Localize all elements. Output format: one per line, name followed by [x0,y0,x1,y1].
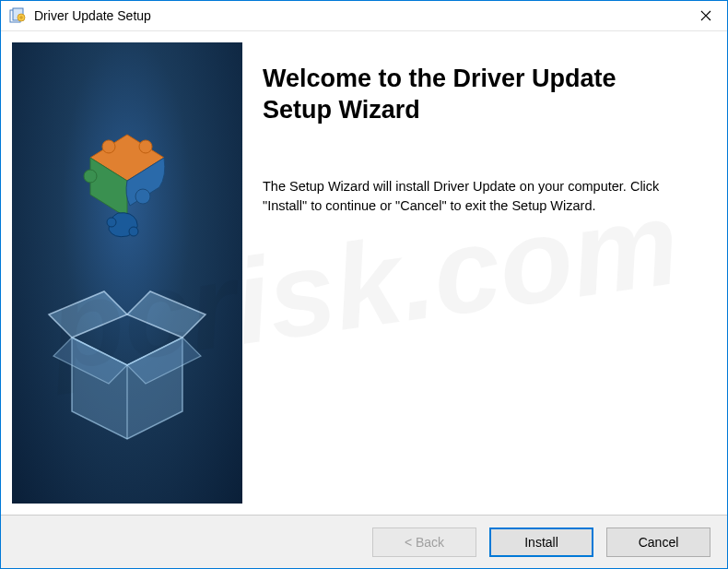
puzzle-logo-icon [76,130,178,231]
install-button[interactable]: Install [489,528,593,557]
close-button[interactable] [685,1,727,30]
svg-point-8 [129,227,138,236]
button-bar: < Back Install Cancel [1,515,727,568]
svg-point-4 [102,140,115,153]
main-panel: Welcome to the Driver Update Setup Wizar… [253,31,727,515]
wizard-description: The Setup Wizard will install Driver Upd… [263,177,690,218]
svg-point-3 [139,140,152,153]
installer-window: Driver Update Setup [0,0,728,569]
wizard-banner [12,42,242,504]
wizard-heading: Welcome to the Driver Update Setup Wizar… [263,64,690,126]
titlebar: Driver Update Setup [1,1,727,31]
installer-icon [8,6,27,25]
close-icon [700,10,711,21]
svg-point-7 [107,218,116,227]
box-icon [44,264,210,448]
back-button: < Back [372,528,476,557]
svg-point-6 [135,189,150,204]
svg-point-5 [84,170,97,183]
window-title: Driver Update Setup [34,8,685,23]
content-area: Welcome to the Driver Update Setup Wizar… [1,31,727,515]
cancel-button[interactable]: Cancel [606,528,710,557]
